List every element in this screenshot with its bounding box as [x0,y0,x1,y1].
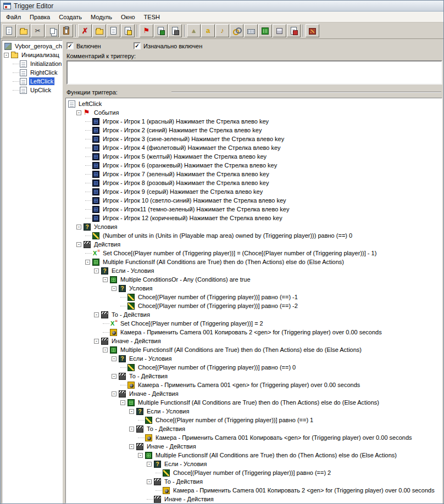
collapse-icon[interactable]: - [112,391,116,396]
test-map-button[interactable] [306,24,319,37]
new-category-button[interactable] [92,24,106,37]
new-trigger-button[interactable] [107,24,120,37]
syntax-check-button[interactable]: a [201,24,215,37]
tree-node[interactable]: -Multiple FunctionsIf (All Conditions ar… [66,451,442,460]
tree-node[interactable]: Игрок - Игрок 9 (серый) Нажимает the Стр… [66,187,442,196]
collapse-icon[interactable]: - [147,462,152,467]
collapse-icon[interactable]: - [147,479,152,484]
new-action-button[interactable] [168,24,182,37]
new-map-button[interactable] [2,24,16,37]
tree-node[interactable]: -Multiple ConditionsOr - Any (Conditions… [66,275,442,284]
tree-node[interactable]: -Если - Условия [66,354,442,363]
tree-node[interactable]: -События [66,108,442,117]
tree-node[interactable]: -Инициализац [2,51,62,59]
collapse-icon[interactable]: - [76,110,81,115]
new-event-button[interactable]: ⚑ [140,24,153,37]
collapse-icon[interactable]: - [76,242,81,247]
collapse-icon[interactable]: - [76,225,81,229]
tree-node[interactable]: LeftClick [2,77,62,86]
tree-node[interactable]: Choce[(Player number of (Triggering play… [66,468,442,477]
tree-node[interactable]: Игрок - Игрок 1 (красный) Нажимает the С… [66,117,442,126]
tree-node[interactable]: -Если - Условия [66,266,442,275]
tree-node[interactable]: Камера - Применить Camera 001 Копировать… [66,486,442,495]
tree-node[interactable]: Игрок - Игрок 12 (коричневый) Нажимает t… [66,214,442,222]
tree-node[interactable]: Initialization [2,59,62,68]
tree-node[interactable]: Choce[(Player number of (Triggering play… [66,293,442,301]
collapse-icon[interactable]: - [94,268,99,273]
tree-node[interactable]: Камера - Применить Camera 001 <gen> for … [66,380,442,389]
tree-node[interactable]: Иначе - Действия [66,495,442,503]
tree-node[interactable]: -То - Действия [66,372,442,380]
tree-node[interactable]: Камера - Применить Camera 001 Копировать… [66,328,442,337]
tree-node[interactable]: -Multiple FunctionsIf (All Conditions ar… [66,345,442,354]
menu-window[interactable]: Окно [116,12,140,22]
campaign-editor-button[interactable] [244,24,258,37]
tree-node[interactable]: -Иначе - Действия [66,389,442,398]
collapse-icon[interactable]: - [103,348,108,352]
tree-node[interactable]: Set Choce[(Player number of (Triggering … [66,249,442,257]
collapse-icon[interactable]: - [129,444,134,449]
menu-create[interactable]: Создать [54,12,86,22]
tree-node[interactable]: -Если - Условия [66,460,442,468]
tree-node[interactable]: Set Choce[(Player number of (Triggering … [66,319,442,328]
tree-node[interactable]: Игрок - Игрок 7 (зеленый) Нажимает the С… [66,170,442,178]
tree-node[interactable]: -Иначе - Действия [66,442,442,451]
tree-node[interactable]: Игрок - Игрок 10 (светло-синий) Нажимает… [66,196,442,205]
tree-node[interactable]: -Условия [66,284,442,293]
tree-node[interactable]: Игрок - Игрок11 (темно-зеленый) Нажимает… [66,205,442,214]
import-manager-button[interactable] [287,24,301,37]
collapse-icon[interactable]: - [138,453,143,458]
titlebar[interactable]: Trigger Editor [1,1,443,12]
enabled-option[interactable]: ✓ Включен [66,42,134,49]
delete-button[interactable]: ✗ [78,24,92,37]
copy-button[interactable] [45,24,59,37]
collapse-icon[interactable]: - [85,260,90,265]
tree-node[interactable]: Камера - Применить Camera 001 Копировать… [66,433,442,442]
tree-node[interactable]: -Действия [66,240,442,249]
tree-node[interactable]: -Multiple FunctionsIf (All Conditions ar… [66,257,442,266]
tree-node[interactable]: -Multiple FunctionsIf (All Conditions ar… [66,398,442,407]
initially-on-checkbox[interactable]: ✓ [134,42,141,49]
tree-node[interactable]: UpClick [2,86,62,94]
sound-editor-button[interactable]: ♪ [215,24,229,37]
new-condition-button[interactable] [154,24,168,37]
open-map-button[interactable] [16,24,30,37]
initially-on-option[interactable]: ✓ Изначально включен [134,42,202,49]
trigger-comment-input[interactable] [66,60,442,85]
collapse-icon[interactable]: - [120,400,125,405]
tree-node[interactable]: Choce[(Player number of (Triggering play… [66,363,442,372]
tree-node[interactable]: -То - Действия [66,310,442,319]
collapse-icon[interactable]: - [129,409,134,414]
tree-node[interactable]: Игрок - Игрок 6 (оранжевый) Нажимает the… [66,161,442,170]
ai-editor-button[interactable] [258,24,272,37]
tree-node[interactable]: -То - Действия [66,424,442,433]
collapse-icon[interactable]: - [94,312,99,317]
menu-tesh[interactable]: TESH [140,12,164,22]
terrain-editor-button[interactable]: ▲ [187,24,201,37]
collapse-icon[interactable]: - [4,53,9,58]
collapse-icon[interactable]: - [112,374,116,379]
tree-node[interactable]: Игрок - Игрок 3 (сине-зеленый) Нажимает … [66,135,442,143]
tree-node[interactable]: Choce[(Player number of (Triggering play… [66,416,442,424]
tree-node[interactable]: Игрок - Игрок 4 (фиолетовый) Нажимает th… [66,143,442,152]
paste-button[interactable] [59,24,73,37]
tree-node[interactable]: RightClick [2,68,62,77]
tree-node[interactable]: Игрок - Игрок 8 (розовый) Нажимает the С… [66,178,442,187]
tree-node[interactable]: Choce[(Player number of (Triggering play… [66,301,442,310]
new-comment-button[interactable] [121,24,135,37]
tree-node[interactable]: LeftClick [66,99,442,108]
enabled-checkbox[interactable]: ✓ [66,42,74,49]
tree-node[interactable]: (Number of units in (Units in (Playable … [66,231,442,240]
tree-node[interactable]: -Условия [66,222,442,231]
object-editor-button[interactable] [230,24,243,37]
tree-node[interactable]: -Иначе - Действия [66,337,442,345]
collapse-icon[interactable]: - [94,339,99,344]
cut-button[interactable]: ✂ [31,24,45,37]
tree-node[interactable]: -Если - Условия [66,407,442,416]
menu-module[interactable]: Модуль [86,12,116,22]
tree-node[interactable]: -То - Действия [66,477,442,486]
tree-node[interactable]: Игрок - Игрок 2 (синий) Нажимает the Стр… [66,126,442,135]
collapse-icon[interactable]: - [103,277,108,282]
collapse-icon[interactable]: - [129,427,134,432]
tree-node[interactable]: Игрок - Игрок 5 (желтый) Нажимает the Ст… [66,152,442,161]
